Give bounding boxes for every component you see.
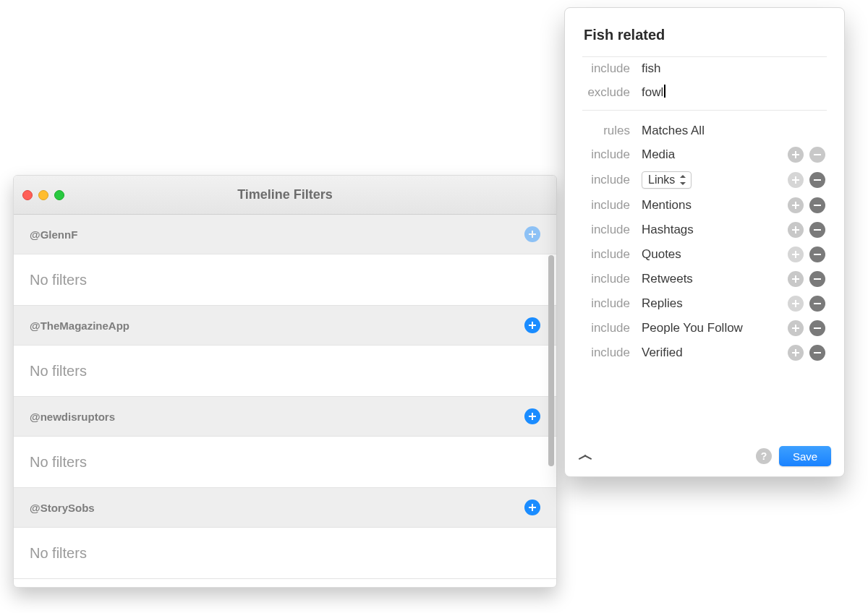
account-handle: @newdisruptors bbox=[30, 411, 115, 423]
rule-mode[interactable]: include bbox=[584, 272, 642, 286]
svg-rect-1 bbox=[814, 179, 821, 181]
rule-type-label: Links bbox=[648, 173, 675, 187]
rule-mode[interactable]: include bbox=[584, 147, 642, 162]
rule-controls bbox=[788, 247, 825, 262]
scrollbar-thumb[interactable] bbox=[548, 255, 554, 466]
rule-type[interactable]: Verified bbox=[642, 346, 788, 360]
rule-row: includeQuotes bbox=[579, 242, 830, 267]
account-header: @StorySobs bbox=[14, 488, 556, 528]
rule-type[interactable]: Replies bbox=[642, 296, 788, 311]
rule-add-button[interactable] bbox=[788, 197, 804, 213]
rule-row: includeReplies bbox=[579, 291, 830, 316]
keyword-exclude-value[interactable]: fowl bbox=[642, 85, 665, 100]
rule-type[interactable]: Quotes bbox=[642, 247, 788, 262]
rule-remove-button[interactable] bbox=[809, 271, 825, 287]
rules-section: rules Matches All includeMediaincludeLin… bbox=[579, 119, 830, 365]
rule-add-button[interactable] bbox=[788, 172, 804, 188]
account-header: @newdisruptors bbox=[14, 397, 556, 437]
rule-controls bbox=[788, 271, 825, 287]
rule-type-select[interactable]: Links bbox=[642, 171, 692, 189]
svg-rect-3 bbox=[814, 229, 821, 231]
chevron-up-icon[interactable] bbox=[578, 452, 594, 460]
window-close-button[interactable] bbox=[22, 190, 33, 200]
window-title: Timeline Filters bbox=[237, 187, 333, 202]
account-handle: @TheMagazineApp bbox=[30, 320, 129, 332]
rule-remove-button[interactable] bbox=[809, 296, 825, 312]
rule-remove-button[interactable] bbox=[809, 222, 825, 238]
rule-remove-button[interactable] bbox=[809, 172, 825, 188]
rule-remove-button[interactable] bbox=[809, 147, 825, 163]
rule-row: includeMedia bbox=[579, 142, 830, 167]
rule-remove-button[interactable] bbox=[809, 345, 825, 361]
account-section: @newdisruptorsNo filters bbox=[14, 397, 556, 488]
rule-add-button[interactable] bbox=[788, 320, 804, 336]
add-filter-button[interactable] bbox=[524, 500, 540, 515]
rules-header-row: rules Matches All bbox=[579, 119, 830, 142]
rule-mode[interactable]: include bbox=[584, 321, 642, 335]
rule-remove-button[interactable] bbox=[809, 197, 825, 213]
accounts-list: @GlennFNo filters@TheMagazineAppNo filte… bbox=[14, 215, 556, 587]
rule-add-button[interactable] bbox=[788, 222, 804, 238]
svg-rect-4 bbox=[814, 254, 821, 255]
rule-controls bbox=[788, 172, 825, 188]
divider bbox=[582, 110, 827, 111]
svg-rect-0 bbox=[814, 154, 821, 155]
rule-remove-button[interactable] bbox=[809, 247, 825, 262]
rules-header-value[interactable]: Matches All bbox=[642, 124, 825, 138]
rule-controls bbox=[788, 197, 825, 213]
account-filter-status: No filters bbox=[14, 346, 556, 396]
traffic-lights bbox=[22, 190, 64, 200]
rule-mode[interactable]: include bbox=[584, 223, 642, 237]
add-filter-button[interactable] bbox=[524, 408, 540, 424]
rule-row: includeHashtags bbox=[579, 218, 830, 242]
account-filter-status: No filters bbox=[14, 528, 556, 578]
add-filter-button[interactable] bbox=[524, 226, 540, 242]
account-filter-status: No filters bbox=[14, 254, 556, 305]
account-header: @GlennF bbox=[14, 215, 556, 254]
account-filter-status: No filters bbox=[14, 437, 556, 487]
filter-name-input[interactable]: Fish related bbox=[584, 27, 825, 43]
rule-type[interactable]: Hashtags bbox=[642, 223, 788, 237]
timeline-filters-window: Timeline Filters @GlennFNo filters@TheMa… bbox=[13, 175, 557, 588]
rule-type[interactable]: Links bbox=[642, 171, 788, 189]
rule-mode[interactable]: include bbox=[584, 296, 642, 311]
rule-type[interactable]: Media bbox=[642, 147, 788, 162]
rule-row: includeMentions bbox=[579, 193, 830, 218]
keyword-include-row: include fish bbox=[579, 57, 830, 80]
rule-type[interactable]: Retweets bbox=[642, 272, 788, 286]
rule-add-button[interactable] bbox=[788, 271, 804, 287]
keyword-exclude-label: exclude bbox=[584, 85, 642, 100]
rule-row: includeLinks bbox=[579, 167, 830, 193]
keyword-include-label: include bbox=[584, 61, 642, 76]
rule-controls bbox=[788, 296, 825, 312]
rule-mode[interactable]: include bbox=[584, 247, 642, 262]
rule-type[interactable]: People You Follow bbox=[642, 321, 788, 335]
rule-add-button[interactable] bbox=[788, 247, 804, 262]
rule-add-button[interactable] bbox=[788, 296, 804, 312]
svg-rect-5 bbox=[814, 278, 821, 280]
rule-add-button[interactable] bbox=[788, 147, 804, 163]
svg-rect-6 bbox=[814, 303, 821, 304]
text-caret-icon bbox=[664, 85, 665, 98]
save-button[interactable]: Save bbox=[779, 446, 831, 466]
keyword-exclude-row: exclude fowl bbox=[579, 80, 830, 104]
filter-popover: Fish related include fish exclude fowl r… bbox=[564, 7, 845, 477]
account-section: @TheMagazineAppNo filters bbox=[14, 306, 556, 397]
rule-row: includeVerified bbox=[579, 340, 830, 365]
rule-type[interactable]: Mentions bbox=[642, 198, 788, 213]
account-handle: @GlennF bbox=[30, 228, 77, 241]
help-button[interactable]: ? bbox=[756, 448, 772, 464]
rule-mode[interactable]: include bbox=[584, 198, 642, 213]
rule-controls bbox=[788, 320, 825, 336]
account-handle: @StorySobs bbox=[30, 502, 95, 514]
keyword-include-value[interactable]: fish bbox=[642, 61, 660, 76]
window-titlebar[interactable]: Timeline Filters bbox=[14, 176, 556, 215]
rule-mode[interactable]: include bbox=[584, 346, 642, 360]
account-header: @TheMagazineApp bbox=[14, 306, 556, 346]
window-zoom-button[interactable] bbox=[54, 190, 64, 200]
rule-remove-button[interactable] bbox=[809, 320, 825, 336]
window-minimize-button[interactable] bbox=[38, 190, 48, 200]
add-filter-button[interactable] bbox=[524, 317, 540, 333]
rule-mode[interactable]: include bbox=[584, 173, 642, 187]
rule-add-button[interactable] bbox=[788, 345, 804, 361]
